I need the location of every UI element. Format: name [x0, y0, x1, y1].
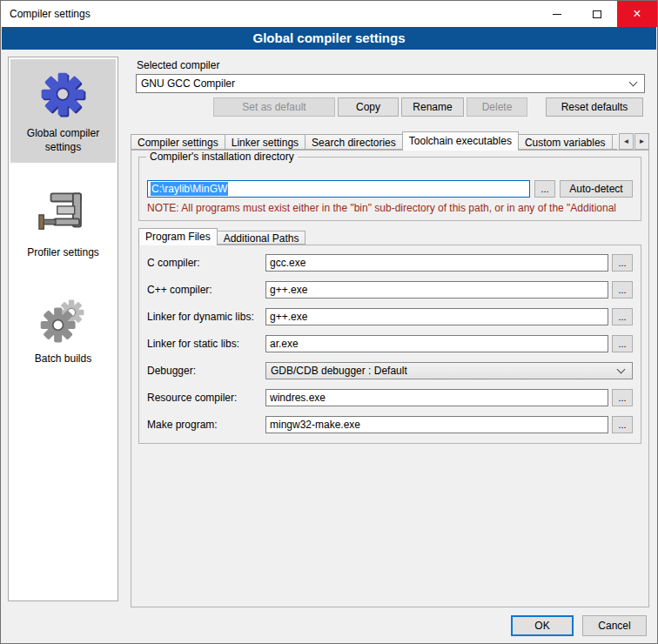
installation-directory-browse-button[interactable]: ... [534, 180, 555, 198]
minimize-button[interactable] [537, 1, 577, 27]
compiler-tabbar: Compiler settings Linker settings Search… [131, 131, 649, 151]
tab-custom-variables[interactable]: Custom variables [518, 134, 613, 150]
maximize-icon [593, 10, 601, 18]
installation-directory-group-title: Compiler's installation directory [146, 151, 298, 163]
note-text: NOTE: All programs must exist either in … [147, 202, 640, 214]
make-program-label: Make program: [147, 419, 262, 431]
tab-compiler-settings[interactable]: Compiler settings [131, 134, 225, 150]
linker-dynamic-label: Linker for dynamic libs: [147, 311, 262, 323]
linker-static-browse-button[interactable]: ... [612, 335, 633, 352]
rename-button[interactable]: Rename [401, 97, 464, 117]
selected-compiler-value: GNU GCC Compiler [141, 77, 235, 90]
tabs-viewport: Compiler settings Linker settings Search… [131, 131, 617, 151]
linker-static-label: Linker for static libs: [147, 338, 262, 350]
left-arrow-icon: ◄ [623, 138, 630, 145]
field-row-linker-dynamic: Linker for dynamic libs: ... [147, 308, 633, 325]
maximize-button[interactable] [577, 1, 617, 27]
field-row-linker-static: Linker for static libs: ... [147, 335, 633, 352]
reset-defaults-button[interactable]: Reset defaults [546, 97, 643, 117]
sidebar-item-label: Batch builds [15, 352, 112, 366]
gears-gray-icon-graphic [38, 295, 89, 345]
tab-toolchain-executables[interactable]: Toolchain executables [402, 131, 519, 151]
right-arrow-icon: ► [639, 138, 646, 145]
dialog-footer: OK Cancel [511, 615, 647, 636]
gear-blue-icon [37, 70, 90, 120]
installation-directory-row: C:\raylib\MinGW ... Auto-detect [147, 180, 633, 198]
set-as-default-button[interactable]: Set as default [213, 97, 335, 117]
installation-directory-input[interactable]: C:\raylib\MinGW [147, 180, 530, 198]
tab-scroll-left-button[interactable]: ◄ [619, 133, 634, 150]
auto-detect-button[interactable]: Auto-detect [560, 180, 633, 198]
window-controls: × [537, 1, 657, 27]
dialog-header: Global compiler settings [2, 27, 656, 50]
selected-compiler-label: Selected compiler [137, 59, 219, 71]
field-row-c-compiler: C compiler: ... [147, 254, 633, 272]
gears-gray-icon [38, 295, 89, 345]
debugger-dropdown[interactable]: GDB/CDB debugger : Default [265, 362, 633, 379]
program-files-page: C compiler: ... C++ compiler: ... Linker… [138, 245, 641, 444]
cpp-compiler-label: C++ compiler: [147, 284, 262, 296]
chevron-down-icon [629, 78, 638, 87]
installation-directory-group: Compiler's installation directory C:\ray… [138, 157, 641, 221]
settings-sidebar: Global compiler settings Profiler settin… [8, 57, 118, 601]
tab-build-options-truncated[interactable]: Buil [612, 134, 617, 150]
compiler-actions: Set as default Copy Rename Delete Reset … [213, 97, 643, 117]
tab-program-files[interactable]: Program Files [138, 228, 218, 245]
c-compiler-input[interactable] [265, 254, 608, 272]
debugger-value: GDB/CDB debugger : Default [271, 365, 407, 377]
c-compiler-browse-button[interactable]: ... [612, 254, 633, 272]
tab-additional-paths[interactable]: Additional Paths [217, 231, 306, 245]
sidebar-item-label: Global compiler settings [15, 126, 112, 154]
close-button[interactable]: × [617, 1, 657, 27]
close-icon: × [633, 7, 641, 21]
sidebar-item-profiler-settings[interactable]: Profiler settings [10, 178, 116, 268]
resource-compiler-input[interactable] [265, 389, 608, 406]
selected-compiler-dropdown[interactable]: GNU GCC Compiler [136, 74, 645, 93]
installation-directory-value: C:\raylib\MinGW [151, 182, 228, 196]
titlebar: Compiler settings × [1, 1, 657, 27]
toolchain-executables-page: Compiler's installation directory C:\ray… [131, 150, 649, 607]
programs-tabbar: Program Files Additional Paths [138, 228, 305, 245]
field-row-cpp-compiler: C++ compiler: ... [147, 281, 633, 299]
field-row-make-program: Make program: ... [147, 416, 633, 433]
minimize-icon [553, 14, 561, 15]
make-program-input[interactable] [265, 416, 608, 433]
delete-button[interactable]: Delete [467, 97, 527, 117]
clamp-icon-graphic [38, 189, 89, 239]
window-title: Compiler settings [1, 8, 537, 20]
sidebar-item-global-compiler-settings[interactable]: Global compiler settings [10, 59, 116, 163]
tab-scroll-right-button[interactable]: ► [634, 133, 649, 150]
debugger-label: Debugger: [147, 365, 262, 377]
tab-linker-settings[interactable]: Linker settings [225, 134, 306, 150]
ok-button[interactable]: OK [511, 615, 574, 636]
make-program-browse-button[interactable]: ... [612, 416, 633, 433]
compiler-settings-window: Compiler settings × Global compiler sett… [0, 0, 658, 644]
resource-compiler-label: Resource compiler: [147, 392, 262, 404]
sidebar-item-batch-builds[interactable]: Batch builds [10, 285, 116, 374]
c-compiler-label: C compiler: [147, 257, 262, 269]
linker-dynamic-input[interactable] [265, 308, 608, 325]
cpp-compiler-input[interactable] [265, 281, 608, 299]
field-row-debugger: Debugger: GDB/CDB debugger : Default [147, 362, 633, 379]
tab-scroll-buttons: ◄ ► [619, 133, 649, 150]
chevron-down-icon [617, 366, 626, 374]
sidebar-item-label: Profiler settings [15, 245, 112, 259]
gear-blue-icon-graphic [37, 70, 90, 120]
resource-compiler-browse-button[interactable]: ... [612, 389, 633, 406]
field-row-resource-compiler: Resource compiler: ... [147, 389, 633, 406]
linker-dynamic-browse-button[interactable]: ... [612, 308, 633, 325]
copy-button[interactable]: Copy [338, 97, 399, 117]
cpp-compiler-browse-button[interactable]: ... [612, 281, 633, 299]
tab-search-directories[interactable]: Search directories [305, 134, 403, 150]
clamp-icon [38, 189, 89, 239]
cancel-button[interactable]: Cancel [582, 615, 647, 636]
linker-static-input[interactable] [265, 335, 608, 352]
